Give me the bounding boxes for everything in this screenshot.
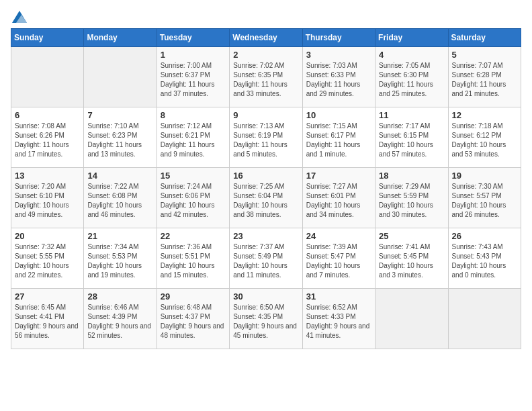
cell-day-number: 14: [87, 171, 152, 181]
week-row-5: 27Sunrise: 6:45 AM Sunset: 4:41 PM Dayli…: [11, 289, 521, 349]
cell-day-number: 25: [379, 231, 444, 241]
week-row-2: 6Sunrise: 7:08 AM Sunset: 6:26 PM Daylig…: [11, 107, 521, 168]
calendar-cell: [11, 47, 84, 107]
calendar-cell: 5Sunrise: 7:07 AM Sunset: 6:28 PM Daylig…: [448, 47, 521, 107]
cell-day-info: Sunrise: 7:37 AM Sunset: 5:49 PM Dayligh…: [233, 242, 298, 280]
cell-day-number: 9: [233, 110, 298, 120]
cell-day-number: 27: [15, 291, 80, 302]
cell-day-number: 5: [452, 50, 517, 60]
calendar-cell: 27Sunrise: 6:45 AM Sunset: 4:41 PM Dayli…: [11, 289, 84, 349]
cell-day-number: 29: [161, 291, 226, 302]
calendar-cell: [448, 289, 521, 349]
header-day-thursday: Thursday: [302, 29, 375, 47]
cell-day-number: 22: [161, 231, 226, 241]
calendar-cell: 18Sunrise: 7:29 AM Sunset: 5:59 PM Dayli…: [375, 168, 448, 228]
week-row-3: 13Sunrise: 7:20 AM Sunset: 6:10 PM Dayli…: [11, 168, 521, 228]
calendar-cell: 7Sunrise: 7:10 AM Sunset: 6:23 PM Daylig…: [84, 107, 157, 168]
cell-day-info: Sunrise: 7:17 AM Sunset: 6:15 PM Dayligh…: [379, 122, 444, 159]
cell-day-info: Sunrise: 7:05 AM Sunset: 6:30 PM Dayligh…: [379, 61, 444, 99]
cell-day-info: Sunrise: 7:03 AM Sunset: 6:33 PM Dayligh…: [306, 61, 371, 99]
header-day-saturday: Saturday: [448, 29, 521, 47]
calendar-cell: 30Sunrise: 6:50 AM Sunset: 4:35 PM Dayli…: [230, 289, 302, 349]
cell-day-number: 10: [306, 110, 371, 120]
calendar-cell: 23Sunrise: 7:37 AM Sunset: 5:49 PM Dayli…: [230, 228, 302, 289]
cell-day-number: 24: [306, 231, 371, 241]
calendar-cell: 1Sunrise: 7:00 AM Sunset: 6:37 PM Daylig…: [157, 47, 229, 107]
calendar-cell: 9Sunrise: 7:13 AM Sunset: 6:19 PM Daylig…: [230, 107, 302, 168]
cell-day-info: Sunrise: 7:07 AM Sunset: 6:28 PM Dayligh…: [452, 61, 517, 99]
calendar-cell: 12Sunrise: 7:18 AM Sunset: 6:12 PM Dayli…: [448, 107, 521, 168]
cell-day-number: 15: [161, 171, 226, 181]
cell-day-number: 7: [87, 110, 152, 120]
cell-day-info: Sunrise: 7:27 AM Sunset: 6:01 PM Dayligh…: [306, 182, 371, 220]
cell-day-info: Sunrise: 7:13 AM Sunset: 6:19 PM Dayligh…: [233, 122, 298, 159]
cell-day-number: 6: [15, 110, 80, 120]
cell-day-info: Sunrise: 7:24 AM Sunset: 6:06 PM Dayligh…: [161, 182, 226, 220]
header-day-friday: Friday: [375, 29, 448, 47]
cell-day-number: 31: [306, 291, 371, 302]
calendar-cell: 4Sunrise: 7:05 AM Sunset: 6:30 PM Daylig…: [375, 47, 448, 107]
calendar-table: SundayMondayTuesdayWednesdayThursdayFrid…: [11, 28, 521, 349]
calendar-cell: 22Sunrise: 7:36 AM Sunset: 5:51 PM Dayli…: [157, 228, 229, 289]
cell-day-info: Sunrise: 7:32 AM Sunset: 5:55 PM Dayligh…: [15, 242, 80, 280]
cell-day-number: 19: [452, 171, 517, 181]
calendar-cell: [84, 47, 157, 107]
cell-day-number: 20: [15, 231, 80, 241]
cell-day-number: 1: [161, 50, 226, 60]
cell-day-info: Sunrise: 7:02 AM Sunset: 6:35 PM Dayligh…: [233, 61, 298, 99]
calendar-cell: 29Sunrise: 6:48 AM Sunset: 4:37 PM Dayli…: [157, 289, 229, 349]
cell-day-info: Sunrise: 7:34 AM Sunset: 5:53 PM Dayligh…: [87, 242, 152, 280]
cell-day-info: Sunrise: 7:30 AM Sunset: 5:57 PM Dayligh…: [452, 182, 517, 220]
calendar-cell: 11Sunrise: 7:17 AM Sunset: 6:15 PM Dayli…: [375, 107, 448, 168]
calendar-cell: 2Sunrise: 7:02 AM Sunset: 6:35 PM Daylig…: [230, 47, 302, 107]
calendar-cell: 20Sunrise: 7:32 AM Sunset: 5:55 PM Dayli…: [11, 228, 84, 289]
cell-day-number: 12: [452, 110, 517, 120]
cell-day-info: Sunrise: 7:39 AM Sunset: 5:47 PM Dayligh…: [306, 242, 371, 280]
cell-day-info: Sunrise: 6:45 AM Sunset: 4:41 PM Dayligh…: [15, 303, 80, 340]
calendar-cell: 6Sunrise: 7:08 AM Sunset: 6:26 PM Daylig…: [11, 107, 84, 168]
calendar-cell: 14Sunrise: 7:22 AM Sunset: 6:08 PM Dayli…: [84, 168, 157, 228]
cell-day-info: Sunrise: 7:29 AM Sunset: 5:59 PM Dayligh…: [379, 182, 444, 220]
calendar-cell: 13Sunrise: 7:20 AM Sunset: 6:10 PM Dayli…: [11, 168, 84, 228]
cell-day-info: Sunrise: 7:20 AM Sunset: 6:10 PM Dayligh…: [15, 182, 80, 220]
calendar-cell: 3Sunrise: 7:03 AM Sunset: 6:33 PM Daylig…: [302, 47, 375, 107]
calendar-cell: 24Sunrise: 7:39 AM Sunset: 5:47 PM Dayli…: [302, 228, 375, 289]
cell-day-info: Sunrise: 7:10 AM Sunset: 6:23 PM Dayligh…: [87, 122, 152, 159]
cell-day-number: 30: [233, 291, 298, 302]
cell-day-info: Sunrise: 6:50 AM Sunset: 4:35 PM Dayligh…: [233, 303, 298, 340]
logo: [11, 11, 27, 23]
week-row-4: 20Sunrise: 7:32 AM Sunset: 5:55 PM Dayli…: [11, 228, 521, 289]
cell-day-info: Sunrise: 7:18 AM Sunset: 6:12 PM Dayligh…: [452, 122, 517, 159]
cell-day-number: 16: [233, 171, 298, 181]
week-row-1: 1Sunrise: 7:00 AM Sunset: 6:37 PM Daylig…: [11, 47, 521, 107]
cell-day-number: 17: [306, 171, 371, 181]
cell-day-info: Sunrise: 6:46 AM Sunset: 4:39 PM Dayligh…: [87, 303, 152, 340]
page-header: [11, 11, 521, 23]
calendar-cell: 21Sunrise: 7:34 AM Sunset: 5:53 PM Dayli…: [84, 228, 157, 289]
calendar-cell: [375, 289, 448, 349]
cell-day-info: Sunrise: 7:08 AM Sunset: 6:26 PM Dayligh…: [15, 122, 80, 159]
calendar-cell: 25Sunrise: 7:41 AM Sunset: 5:45 PM Dayli…: [375, 228, 448, 289]
cell-day-info: Sunrise: 7:36 AM Sunset: 5:51 PM Dayligh…: [161, 242, 226, 280]
calendar-cell: 17Sunrise: 7:27 AM Sunset: 6:01 PM Dayli…: [302, 168, 375, 228]
cell-day-info: Sunrise: 7:43 AM Sunset: 5:43 PM Dayligh…: [452, 242, 517, 280]
cell-day-number: 26: [452, 231, 517, 241]
cell-day-number: 11: [379, 110, 444, 120]
calendar-cell: 28Sunrise: 6:46 AM Sunset: 4:39 PM Dayli…: [84, 289, 157, 349]
cell-day-info: Sunrise: 6:48 AM Sunset: 4:37 PM Dayligh…: [161, 303, 226, 340]
header-day-monday: Monday: [84, 29, 157, 47]
calendar-cell: 31Sunrise: 6:52 AM Sunset: 4:33 PM Dayli…: [302, 289, 375, 349]
cell-day-info: Sunrise: 6:52 AM Sunset: 4:33 PM Dayligh…: [306, 303, 371, 340]
header-day-wednesday: Wednesday: [230, 29, 302, 47]
cell-day-info: Sunrise: 7:41 AM Sunset: 5:45 PM Dayligh…: [379, 242, 444, 280]
cell-day-number: 4: [379, 50, 444, 60]
calendar-header: SundayMondayTuesdayWednesdayThursdayFrid…: [11, 29, 521, 47]
cell-day-number: 3: [306, 50, 371, 60]
cell-day-info: Sunrise: 7:00 AM Sunset: 6:37 PM Dayligh…: [161, 61, 226, 99]
calendar-cell: 16Sunrise: 7:25 AM Sunset: 6:04 PM Dayli…: [230, 168, 302, 228]
header-row: SundayMondayTuesdayWednesdayThursdayFrid…: [11, 29, 521, 47]
cell-day-info: Sunrise: 7:22 AM Sunset: 6:08 PM Dayligh…: [87, 182, 152, 220]
calendar-cell: 8Sunrise: 7:12 AM Sunset: 6:21 PM Daylig…: [157, 107, 229, 168]
cell-day-info: Sunrise: 7:25 AM Sunset: 6:04 PM Dayligh…: [233, 182, 298, 220]
header-day-sunday: Sunday: [11, 29, 84, 47]
